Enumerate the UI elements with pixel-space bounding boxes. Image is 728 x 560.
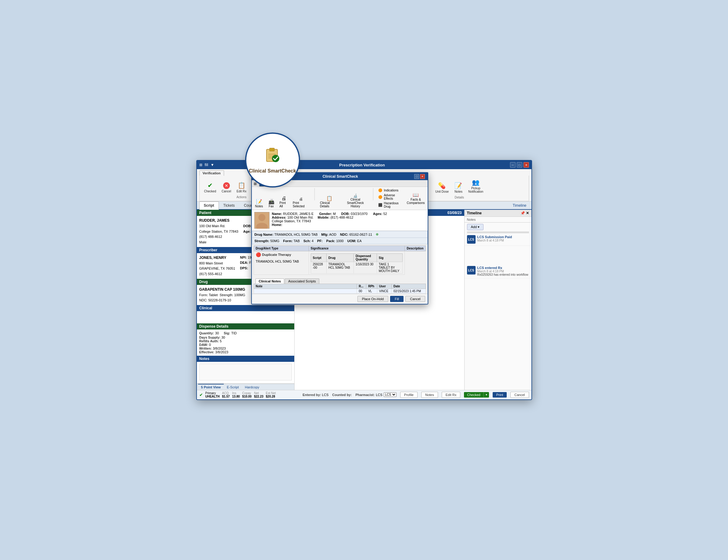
modal-facts-comparisons-btn[interactable]: 📖 Facts &Comparisons: [406, 191, 426, 205]
pin-icon[interactable]: 📌: [520, 211, 525, 215]
view-tab-escript[interactable]: E-Script: [224, 384, 242, 390]
refills-auth: Refills Auth: 5: [199, 339, 292, 343]
maximize-button[interactable]: □: [517, 162, 522, 168]
timeline-panel: Timeline 📌 ✕ Notes Add ▾ LCS: [464, 210, 531, 390]
app-icon: ⊞: [199, 163, 202, 167]
modal-title: Clinical SmartCheck: [323, 174, 358, 179]
details-buttons: 💊 Unit Dose 📝 Notes 👥 PickupNotification: [433, 177, 485, 195]
alert-row-dup: 🔴 Duplicate Therapy TRAMADOL HCL 50MG TA…: [254, 251, 425, 275]
notes-button[interactable]: 📝 Notes: [452, 181, 465, 195]
modal-alert-section: Drug/Alert Type Significance Description…: [252, 244, 428, 276]
note-col-note: Note: [254, 284, 357, 289]
effective: Effective: 3/8/2023: [199, 350, 292, 354]
quantity-field: Quantity: 30: [199, 331, 219, 335]
modal-clinical-items: 🟠 Indications 🟠 Adverse Effects ⬛ Hazard…: [377, 188, 405, 209]
checked-button[interactable]: ✔ Checked: [202, 180, 218, 194]
edit-rx-button[interactable]: 📋 Edit Rx: [235, 180, 249, 194]
insurance-copay: Copay $10.00: [242, 391, 252, 398]
profile-bottom-button[interactable]: Profile: [400, 392, 417, 398]
modal-print-all-btn[interactable]: 🖨 Print All: [278, 195, 290, 209]
dispense-row-1: Quantity: 30 Sig: TID: [199, 331, 292, 335]
entered-by: Entered by: LCS: [303, 393, 329, 397]
modal-indications-btn[interactable]: 🟠 Indications: [377, 188, 405, 193]
note-r: 00: [357, 289, 366, 294]
modal-smartcheck-history-btn[interactable]: 🔬 ClinicalSmartCheck History: [341, 193, 369, 209]
notes-bottom-button[interactable]: Notes: [421, 392, 438, 398]
modal-patient-row2: Address: 100 Old Main Rd. Mobile: (817) …: [272, 216, 425, 219]
modal-footer: Place On-Hold Fill Cancel: [252, 294, 428, 304]
insurance-est-net: Est Net $20.28: [266, 391, 276, 398]
modal-hazardous-drug-btn[interactable]: ⬛ Hazardous Drug: [377, 201, 405, 209]
modal-patient-details: Name: RUDDER, JAMES E Gender: M DOB: 03/…: [272, 212, 425, 229]
unit-dose-button[interactable]: 💊 Unit Dose: [433, 181, 451, 195]
alert-table: Drug/Alert Type Significance Description…: [254, 245, 426, 275]
patient-phone: (817) 488-4612: [199, 234, 239, 240]
checked-arrow[interactable]: ▾: [483, 392, 489, 397]
ribbon-group-details: 💊 Unit Dose 📝 Notes 👥 PickupNotification: [433, 177, 489, 199]
insurance-primary: Primary: [206, 391, 220, 395]
cancel-bottom-button[interactable]: Cancel: [510, 392, 529, 398]
daw: DAW: 0: [199, 343, 292, 347]
note-row: 00 VL VINCE 02/15/2023 1:45 PM: [254, 289, 425, 294]
notes-input[interactable]: [199, 364, 292, 380]
pickup-notification-button[interactable]: 👥 PickupNotification: [466, 177, 485, 195]
checked-bottom-button[interactable]: Checked ▾: [464, 392, 489, 398]
modal-grid-icon: ⊞: [254, 182, 257, 186]
insurance-type: Primary UHEALTH: [206, 391, 220, 398]
print-bottom-button[interactable]: Print: [493, 392, 507, 398]
prescriber-name: JONES, HENRY: [199, 255, 235, 261]
view-tab-5point[interactable]: 5 Point View: [198, 384, 224, 390]
insurance-name: UHEALTH: [206, 395, 220, 398]
badge-text: Clinical SmartCheck: [249, 168, 296, 174]
smartcheck-badge: Clinical SmartCheck: [245, 133, 300, 187]
script-tab[interactable]: Script: [199, 202, 219, 210]
place-on-hold-button[interactable]: Place On-Hold: [358, 296, 388, 302]
patient-city-state: College Station, TX 77843: [199, 229, 239, 235]
modal-fax-btn[interactable]: 📠 Fax: [266, 198, 277, 209]
modal-print-selected-btn[interactable]: 🖨 Print Selected: [291, 196, 311, 209]
edit-rx-bottom-button[interactable]: Edit Rx: [442, 392, 460, 398]
timeline-items: LCS LCS Submission Paid March 8 at 4:18 …: [464, 233, 531, 278]
cn-tab-notes[interactable]: Clinical Notes: [256, 278, 285, 284]
cancel-button[interactable]: ✕ Cancel: [220, 181, 233, 194]
sdt-col-1: Drug: [326, 254, 354, 262]
clinical-notes-tabs: Clinical Notes Associated Scripts: [254, 277, 426, 284]
timeline-notes-header: Notes: [464, 217, 531, 223]
timeline-title: Timeline: [467, 211, 482, 215]
bottom-left: ✔ Primary UHEALTH ACQ $1.57 Ins 13.80 Co…: [199, 391, 300, 398]
ribbon-tab-verification[interactable]: Verification: [199, 170, 224, 176]
modal-clinical-details-btn[interactable]: 📋 Clinical Details: [319, 195, 340, 209]
modal-close-button[interactable]: ✕: [420, 174, 425, 179]
add-button[interactable]: Add ▾: [467, 224, 484, 230]
close-button[interactable]: ✕: [523, 162, 529, 168]
fill-button[interactable]: Fill: [390, 296, 403, 302]
note-col-r: R...: [357, 284, 366, 289]
dup-therapy-label: 🔴 Duplicate Therapy: [256, 252, 307, 257]
cn-tab-scripts[interactable]: Associated Scripts: [285, 278, 319, 284]
modal-cancel-button[interactable]: Cancel: [405, 296, 425, 302]
pharmacist: Pharmacist: LCS LCS: [355, 392, 396, 397]
prescriber-city-state: GRAPEVINE, TX 76051: [199, 266, 235, 271]
sig-field: Sig: TID: [224, 331, 237, 335]
checked-main-label[interactable]: Checked: [464, 392, 483, 398]
timeline-button[interactable]: Timeline: [510, 203, 529, 208]
timeline-item-0: LCS LCS Submission Paid March 8 at 4:18 …: [464, 233, 531, 246]
modal-patient-row1: Name: RUDDER, JAMES E Gender: M DOB: 03/…: [272, 212, 425, 216]
note-col-rph: RPh: [366, 284, 377, 289]
modal-adverse-effects-btn[interactable]: 🟠 Adverse Effects: [377, 193, 405, 201]
modal-maximize-button[interactable]: □: [414, 174, 419, 179]
view-tab-hardcopy[interactable]: Hardcopy: [242, 384, 262, 390]
title-separator: ▼: [211, 163, 214, 167]
tickets-tab[interactable]: Tickets: [219, 202, 240, 209]
timeline-header: Timeline 📌 ✕: [464, 210, 531, 217]
drug-info-icon[interactable]: ⊕: [376, 232, 378, 236]
dup-drug-name: TRAMADOL HCL 50MG TAB: [256, 260, 307, 263]
alert-col-0: Drug/Alert Type: [254, 246, 309, 251]
modal-notes-btn[interactable]: 📝 Notes: [254, 198, 265, 209]
dispense-section-header: Dispense Details: [197, 323, 294, 329]
add-btn-area: Add ▾: [464, 223, 531, 231]
pharmacist-select[interactable]: LCS: [384, 392, 396, 397]
timeline-date-0: March 8 at 4:18 PM: [477, 239, 512, 242]
minimize-button[interactable]: ─: [510, 162, 515, 168]
close-timeline-icon[interactable]: ✕: [526, 211, 529, 215]
